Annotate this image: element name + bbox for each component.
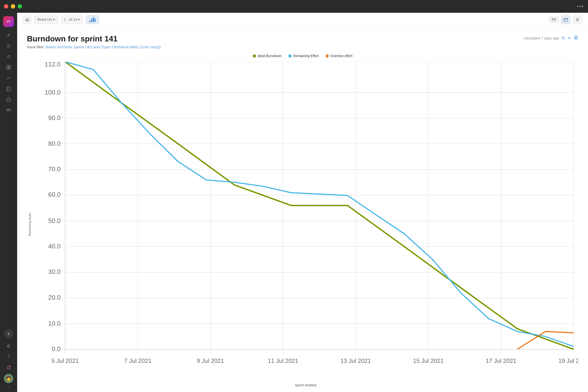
x-axis-label: Sprint timeline <box>33 381 578 387</box>
report-meta: calculated 7 days ago ↻ ✏ <box>524 35 578 41</box>
legend-overdue: Overdue effort <box>326 54 352 58</box>
sidebar-item-checkmark[interactable]: ✓ <box>4 30 13 40</box>
svg-text:90.0: 90.0 <box>48 114 60 122</box>
svg-rect-11 <box>575 38 577 39</box>
svg-text:9 Jul 2021: 9 Jul 2021 <box>197 358 224 364</box>
chart-inner: 0.0 10.0 20.0 30.0 40.0 50.0 60.0 70.0 8… <box>33 62 578 387</box>
sidebar-item-target[interactable]: ◎ <box>4 41 13 50</box>
svg-text:70.0: 70.0 <box>48 166 60 173</box>
svg-rect-3 <box>9 68 10 69</box>
svg-point-9 <box>577 19 578 20</box>
overdue-label: Overdue effort <box>330 54 352 58</box>
svg-rect-0 <box>6 66 8 67</box>
help-icon[interactable]: ? <box>4 352 13 362</box>
titlebar: ••• <box>0 0 588 13</box>
svg-text:19 Jul 2021: 19 Jul 2021 <box>558 358 578 364</box>
user-avatar[interactable]: 🧑 <box>4 374 13 383</box>
settings-icon[interactable]: ⚙ <box>4 342 13 351</box>
board-selector[interactable]: Board 141 ▾ <box>34 16 58 24</box>
svg-text:13 Jul 2021: 13 Jul 2021 <box>340 358 371 364</box>
sidebar-item-history[interactable]: ↺ <box>4 52 13 61</box>
edit-icon[interactable]: ✏ <box>568 36 571 41</box>
sidebar-item-board[interactable] <box>4 63 13 72</box>
maximize-button[interactable] <box>18 4 22 8</box>
svg-text:100.0: 100.0 <box>44 89 60 96</box>
app-logo[interactable]: YT <box>3 16 14 27</box>
svg-text:11 Jul 2021: 11 Jul 2021 <box>268 358 298 364</box>
chart-wrapper: Remaining tasks <box>27 62 578 387</box>
notifications-icon[interactable] <box>4 363 13 372</box>
window-controls <box>4 4 22 8</box>
svg-text:5 Jul 2021: 5 Jul 2021 <box>52 358 79 364</box>
report-header: Burndown for sprint 141 calculated 7 day… <box>27 34 578 43</box>
chart-svg-area: 0.0 10.0 20.0 30.0 40.0 50.0 60.0 70.0 8… <box>33 62 578 381</box>
filter-link[interactable]: Board YouTrack: {sprint 141} and (Type:-… <box>46 45 161 49</box>
print-icon[interactable] <box>574 35 578 41</box>
report-title: Burndown for sprint 141 <box>27 34 118 43</box>
report-title-section: Burndown for sprint 141 <box>27 34 118 43</box>
close-button[interactable] <box>4 4 8 8</box>
sidebar-item-layers[interactable] <box>4 106 13 115</box>
svg-text:30.0: 30.0 <box>48 268 60 276</box>
more-options-icon[interactable]: ••• <box>577 3 584 10</box>
remaining-label: Remaining Effort <box>293 54 319 58</box>
y-axis-label: Remaining tasks <box>27 62 32 387</box>
overdue-dot <box>326 54 329 58</box>
svg-text:10.0: 10.0 <box>48 320 60 327</box>
bar-chart-icon <box>89 17 96 22</box>
sidebar: YT ✓ ◎ ↺ <box>0 13 17 392</box>
svg-point-7 <box>9 366 10 367</box>
titlebar-right: ••• <box>577 3 584 10</box>
svg-text:7 Jul 2021: 7 Jul 2021 <box>124 358 152 364</box>
chart-container: Ideal Burndown Remaining Effort Overdue … <box>27 54 578 387</box>
sidebar-item-chart[interactable] <box>4 74 13 83</box>
settings-button[interactable] <box>573 16 582 24</box>
svg-text:112.0: 112.0 <box>44 62 60 68</box>
svg-text:40.0: 40.0 <box>48 242 60 250</box>
home-button[interactable] <box>23 16 31 24</box>
chart-type-selector[interactable] <box>86 16 99 24</box>
chart-view-button[interactable] <box>561 16 570 24</box>
svg-rect-2 <box>6 68 8 69</box>
svg-text:60.0: 60.0 <box>48 191 60 198</box>
svg-text:0.0: 0.0 <box>52 345 60 352</box>
legend-ideal: Ideal Burndown <box>253 54 282 58</box>
legend-remaining: Remaining Effort <box>288 54 319 58</box>
toolbar-right: TV <box>549 16 582 24</box>
svg-rect-4 <box>7 87 10 91</box>
minimize-button[interactable] <box>11 4 15 8</box>
add-button[interactable]: + <box>4 329 13 338</box>
main-content: Board 141 ▾ 1 - 18 Jul ▾ TV <box>17 13 588 392</box>
svg-text:15 Jul 2021: 15 Jul 2021 <box>413 358 444 364</box>
sidebar-item-inbox[interactable] <box>4 95 13 104</box>
ideal-dot <box>253 54 256 58</box>
report-filter: Issue filter: Board YouTrack: {sprint 14… <box>27 45 578 49</box>
expand-icon[interactable]: » <box>8 385 10 388</box>
chart-legend: Ideal Burndown Remaining Effort Overdue … <box>27 54 578 58</box>
svg-rect-1 <box>9 66 10 67</box>
svg-rect-6 <box>6 99 10 102</box>
svg-text:80.0: 80.0 <box>48 140 60 147</box>
app-body: YT ✓ ◎ ↺ <box>0 13 588 392</box>
svg-text:50.0: 50.0 <box>48 217 60 224</box>
ideal-label: Ideal Burndown <box>258 54 282 58</box>
sidebar-item-book[interactable] <box>4 84 13 94</box>
calculated-text: calculated 7 days ago <box>524 36 559 40</box>
svg-text:17 Jul 2021: 17 Jul 2021 <box>486 358 516 364</box>
report-area: Burndown for sprint 141 calculated 7 day… <box>17 26 588 392</box>
svg-text:20.0: 20.0 <box>48 294 60 301</box>
sidebar-bottom: ⚙ ? 🧑 » <box>4 342 13 388</box>
tv-badge: TV <box>549 16 558 22</box>
date-range-selector[interactable]: 1 - 18 Jul ▾ <box>61 16 83 24</box>
toolbar: Board 141 ▾ 1 - 18 Jul ▾ TV <box>17 13 588 26</box>
refresh-icon[interactable]: ↻ <box>562 36 565 41</box>
remaining-dot <box>288 54 292 58</box>
